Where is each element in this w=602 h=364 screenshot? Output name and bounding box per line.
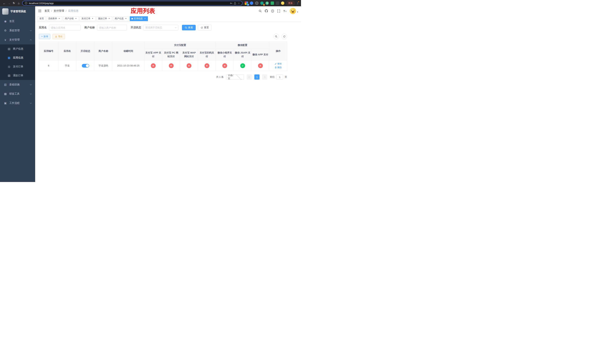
chevron-down-icon [236, 74, 242, 79]
sidebar-item-应用信息[interactable]: ▦应用信息 [0, 53, 35, 62]
avatar-caret-icon[interactable]: ▾ [297, 11, 298, 13]
column-header-status: 开启状态 [76, 42, 95, 61]
merchant-name-input[interactable] [97, 25, 127, 30]
chevron-down-icon [30, 29, 32, 31]
trash-icon [275, 66, 277, 68]
extension-green-square-icon[interactable] [271, 1, 274, 5]
browser-extensions: 10 1 V [245, 1, 284, 5]
logo-avatar [2, 8, 9, 15]
hamburger-icon[interactable] [38, 10, 42, 12]
active-tab-dot [131, 18, 133, 20]
status-select[interactable]: 请选择开启状态 [143, 25, 178, 30]
refresh-button[interactable] [281, 34, 287, 39]
tab-支付订单[interactable]: 支付订单× [80, 16, 96, 21]
sidebar-item-首页[interactable]: ◉首页 [0, 17, 35, 26]
column-header-wx-jsapi: 微信 JSAPI 支付 [234, 49, 252, 61]
sidebar: 芋道管理系统 ◉首页⚙系统管理¥支付管理▤商户信息▦应用信息◎支付订单▧退款订单… [0, 6, 35, 182]
breadcrumb-current: 应用信息 [68, 9, 78, 13]
sidebar-menu: ◉首页⚙系统管理¥支付管理▤商户信息▦应用信息◎支付订单▧退款订单▥基础设施▩研… [0, 17, 35, 108]
delete-button[interactable]: 删除 [275, 66, 282, 69]
font-size-icon[interactable]: TT [283, 10, 287, 12]
page-unit-label: 页 [285, 75, 287, 79]
url-text[interactable]: localhost:1024/pay/app [29, 2, 228, 5]
share-icon[interactable] [234, 2, 236, 4]
extension-vue-icon[interactable]: V [266, 1, 269, 5]
toggle-search-button[interactable] [273, 34, 279, 39]
tags-bar: 首页流程表单×用户分组×支付订单×退款订单×商户信息×应用信息× [35, 16, 301, 22]
search-button[interactable]: 搜索 [182, 25, 196, 30]
cell-app-name: 芋道 [58, 61, 76, 71]
edit-button[interactable]: 修改 [275, 62, 282, 65]
close-icon[interactable]: × [75, 17, 77, 20]
close-icon[interactable]: × [108, 17, 110, 20]
cross-icon: × [187, 63, 191, 68]
extension-palette-icon[interactable]: 10 [245, 1, 248, 5]
sidebar-item-商户信息[interactable]: ▤商户信息 [0, 44, 35, 53]
column-header-actions: 操作 [269, 42, 287, 61]
browser-menu-icon[interactable]: ⋮ [296, 2, 299, 5]
browser-back-button[interactable]: ← [2, 1, 7, 6]
tab-商户信息[interactable]: 商户信息× [113, 16, 129, 21]
extension-badge: 10 [247, 4, 249, 6]
tab-label: 首页 [39, 17, 44, 20]
goto-page-input[interactable] [276, 75, 283, 80]
fullscreen-icon[interactable] [277, 10, 280, 13]
switch-knob [86, 64, 89, 67]
sidebar-item-基础设施[interactable]: ▥基础设施 [0, 80, 35, 89]
app-name-input[interactable] [49, 25, 81, 30]
tab-label: 用户分组 [65, 17, 74, 20]
export-button[interactable]: 导出 [53, 34, 65, 39]
close-icon[interactable]: × [144, 17, 146, 20]
address-bar[interactable]: localhost:1024/pay/app ☆ [22, 1, 243, 6]
breadcrumb-home[interactable]: 首页 [44, 9, 50, 13]
extension-dark-icon[interactable] [255, 1, 258, 5]
cell-config-wx-mini: × [216, 61, 234, 71]
tab-退款订单[interactable]: 退款订单× [97, 16, 112, 21]
browser-reload-button[interactable]: ↻ [11, 1, 16, 6]
extension-emoji-icon[interactable] [281, 1, 284, 5]
page-size-select[interactable]: 10条/页 [226, 75, 244, 80]
search-button-label: 搜索 [188, 26, 193, 29]
help-icon[interactable]: ? [271, 10, 274, 13]
close-icon[interactable]: × [58, 17, 61, 20]
sidebar-logo[interactable]: 芋道管理系统 [0, 6, 35, 17]
tab-首页[interactable]: 首页 [38, 16, 45, 21]
breadcrumb-pay[interactable]: 支付管理 [54, 9, 64, 13]
next-page-button[interactable] [262, 75, 267, 80]
reset-button[interactable]: 重置 [198, 25, 212, 30]
status-switch[interactable] [82, 64, 89, 68]
extension-pin-icon[interactable] [276, 1, 279, 5]
search-icon[interactable] [258, 10, 262, 13]
tab-流程表单[interactable]: 流程表单× [46, 16, 62, 21]
add-button[interactable]: + 新增 [39, 34, 50, 39]
browser-home-button[interactable]: ⌂ [16, 1, 21, 6]
browser-update-button[interactable]: 更新 [286, 1, 295, 6]
sidebar-item-支付订单[interactable]: ◎支付订单 [0, 62, 35, 71]
sidebar-item-工作流程[interactable]: ▣工作流程 [0, 98, 35, 108]
tab-label: 商户信息 [115, 17, 124, 20]
tab-应用信息[interactable]: 应用信息× [130, 16, 148, 21]
tab-用户分组[interactable]: 用户分组× [63, 16, 79, 21]
bookmark-star-icon[interactable]: ☆ [238, 2, 240, 5]
sidebar-item-支付管理[interactable]: ¥支付管理 [0, 35, 35, 44]
close-icon[interactable]: × [125, 17, 127, 20]
extension-translate-icon[interactable]: 1 [260, 1, 264, 5]
close-icon[interactable]: × [91, 17, 94, 20]
goto-label: 前往 [270, 75, 275, 79]
user-avatar[interactable] [290, 8, 296, 14]
prev-page-button[interactable] [247, 75, 252, 80]
browser-forward-button[interactable]: → [7, 1, 11, 6]
sidebar-item-研发工具[interactable]: ▩研发工具 [0, 89, 35, 98]
page-size-value: 10条/页 [228, 74, 235, 80]
sidebar-item-系统管理[interactable]: ⚙系统管理 [0, 26, 35, 35]
current-page-button[interactable]: 1 [254, 75, 259, 80]
site-info-icon[interactable] [25, 2, 27, 4]
cell-actions: 修改 删除 [269, 61, 287, 71]
extension-blue-icon[interactable] [250, 1, 253, 5]
sidebar-item-退款订单[interactable]: ▧退款订单 [0, 71, 35, 80]
github-icon[interactable] [265, 9, 268, 13]
refresh-icon [283, 35, 286, 38]
password-key-icon[interactable] [230, 2, 232, 4]
top-navbar: 首页 / 支付管理 / 应用信息 应用列表 ? [35, 6, 301, 16]
app-table: 应用编号 应用名 开启状态 商户名称 创建时间 支付宝配置 微信配置 操作 支付… [39, 42, 287, 71]
